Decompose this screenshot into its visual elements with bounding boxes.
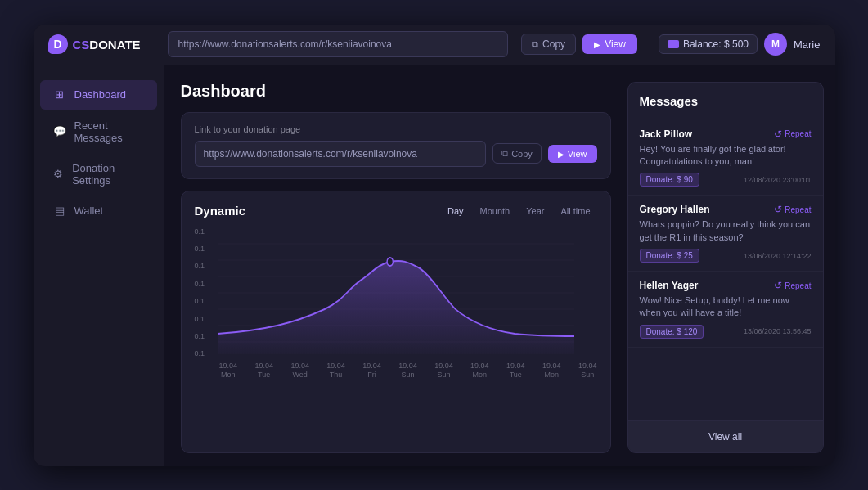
message-date: 13/06/2020 13:56:45 [744,327,812,335]
message-name: Jack Pillow [640,128,693,140]
filter-alltime-button[interactable]: All time [554,203,596,219]
page-title: Dashboard [181,82,611,101]
messages-header: Messages [628,83,823,115]
sidebar-item-label: Donation Settings [72,162,143,187]
sidebar-item-recent-messages[interactable]: 💬 Recent Messages [40,111,157,152]
messages-icon: 💬 [53,125,66,138]
repeat-icon [774,204,782,215]
main-layout: ⊞ Dashboard 💬 Recent Messages ⚙ Donation… [34,65,835,466]
wallet-nav-icon: ▤ [53,205,66,218]
messages-list: Jack Pillow Repeat Hey! You are finally … [628,115,823,420]
user-info: Balance: $ 500 M Marie [659,33,821,56]
message-text: Hey! You are finally got the gladiator! … [640,143,812,169]
logo-icon: D [48,34,68,54]
message-date: 13/06/2020 12:14:22 [744,252,812,260]
message-text: Whats poppin? Do you really think you ca… [640,218,812,244]
chart-title: Dynamic [195,204,246,218]
svg-point-7 [387,258,393,266]
message-top: Jack Pillow Repeat [640,128,812,140]
donate-badge: Donate: $ 120 [640,325,704,339]
repeat-button[interactable]: Repeat [774,280,811,291]
sidebar-item-label: Dashboard [74,88,127,101]
chart-filters: Day Mounth Year All time [441,203,597,219]
topbar-view-button[interactable]: View [582,34,637,54]
message-footer: Donate: $ 90 12/08/2020 23:00:01 [640,173,812,187]
play-icon [594,38,600,50]
settings-icon: ⚙ [53,168,65,181]
avatar: M [764,33,787,56]
sidebar: ⊞ Dashboard 💬 Recent Messages ⚙ Donation… [34,65,164,466]
repeat-icon [774,280,782,291]
filter-year-button[interactable]: Year [519,203,551,219]
message-top: Gregory Hallen Repeat [640,204,812,215]
message-name: Gregory Hallen [640,204,710,215]
topbar: D CSDONATE https://www.donationsalerts.c… [34,25,835,65]
message-top: Hellen Yager Repeat [640,280,812,291]
message-item: Jack Pillow Repeat Hey! You are finally … [628,120,823,196]
messages-panel: Messages Jack Pillow Repeat Hey! You are… [627,82,824,453]
repeat-button[interactable]: Repeat [774,204,811,215]
balance-box: Balance: $ 500 [659,34,758,54]
link-url: https://www.donationsalerts.com/r/ksenii… [195,141,487,167]
app-window: D CSDONATE https://www.donationsalerts.c… [34,25,835,466]
chart-x-labels: 19.04Mon 19.04Tue 19.04Wed 19.04Thu 19.0… [195,358,597,379]
sidebar-item-dashboard[interactable]: ⊞ Dashboard [40,80,157,110]
donate-badge: Donate: $ 90 [640,173,699,187]
link-view-button[interactable]: View [548,145,597,163]
sidebar-item-label: Wallet [74,205,104,217]
message-footer: Donate: $ 120 13/06/2020 13:56:45 [640,325,812,339]
topbar-url: https://www.donationsalerts.com/r/ksenii… [168,31,509,57]
filter-month-button[interactable]: Mounth [474,203,517,219]
dashboard-icon: ⊞ [53,88,66,101]
donate-badge: Donate: $ 25 [640,249,699,263]
chart-area: 0.10.10.10.10.10.10.10.1 [195,227,597,358]
topbar-actions: Copy View [521,34,637,55]
chart-card: Dynamic Day Mounth Year All time 0.10.10… [181,191,611,453]
message-item: Gregory Hallen Repeat Whats poppin? Do y… [628,196,823,272]
chart-svg [195,227,574,358]
content-area: Dashboard Link to your donation page htt… [164,65,627,466]
message-text: Wow! Nice Setup, buddy! Let me now when … [640,294,812,320]
topbar-copy-button[interactable]: Copy [521,34,576,55]
message-item: Hellen Yager Repeat Wow! Nice Setup, bud… [628,272,823,348]
copy-icon [532,38,538,50]
filter-day-button[interactable]: Day [441,203,470,219]
sidebar-item-label: Recent Messages [74,119,144,144]
sidebar-item-donation-settings[interactable]: ⚙ Donation Settings [40,154,157,195]
view-all-button[interactable]: View all [628,420,823,452]
link-row: https://www.donationsalerts.com/r/ksenii… [195,141,597,167]
play-icon-sm [558,149,564,159]
link-copy-button[interactable]: Copy [492,143,542,164]
chart-header: Dynamic Day Mounth Year All time [195,203,597,219]
username: Marie [794,38,821,51]
logo-text: CSDONATE [73,38,141,52]
message-name: Hellen Yager [640,280,699,291]
message-footer: Donate: $ 25 13/06/2020 12:14:22 [640,249,812,263]
link-card: Link to your donation page https://www.d… [181,112,611,179]
wallet-icon [668,40,679,48]
sidebar-item-wallet[interactable]: ▤ Wallet [40,196,157,226]
message-date: 12/08/2020 23:00:01 [744,176,812,184]
link-label: Link to your donation page [195,124,597,134]
repeat-icon [774,128,782,140]
logo: D CSDONATE [48,34,155,54]
copy-icon-sm [501,148,508,159]
repeat-button[interactable]: Repeat [774,128,811,140]
